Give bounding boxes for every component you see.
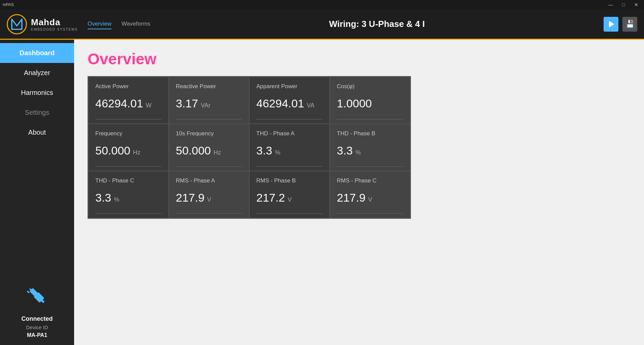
sidebar-item-analyzer[interactable]: Analyzer	[0, 63, 74, 83]
metric-label: THD - Phase A	[256, 130, 323, 137]
metric-unit: V	[207, 196, 211, 203]
metric-unit: Hz	[214, 149, 221, 156]
metric-value-row: 46294.01 W	[95, 97, 162, 110]
logo-text: Mahda EMBEDDED SYSTEMS	[31, 17, 78, 31]
metric-unit: Hz	[133, 149, 140, 156]
metric-cell: Cos(φ) 1.0000	[330, 77, 410, 124]
nav-tab-overview[interactable]: Overview	[88, 19, 111, 29]
sidebar-item-settings[interactable]: Settings	[0, 103, 74, 123]
metric-cell: THD - Phase C 3.3 %	[88, 171, 169, 218]
svg-marker-0	[12, 19, 22, 29]
metric-value-row: 50.000 Hz	[176, 144, 242, 157]
metric-cell: Reactive Power 3.17 VAr	[169, 77, 249, 124]
metric-value: 50.000	[95, 144, 130, 157]
metric-unit: %	[114, 196, 119, 203]
save-icon: 💾	[625, 20, 635, 29]
metric-value-row: 3.3 %	[95, 191, 162, 204]
svg-rect-3	[27, 290, 30, 293]
metric-label: Cos(φ)	[337, 83, 403, 90]
sidebar-item-about[interactable]: About	[0, 123, 74, 142]
app-title: mPAS	[3, 2, 14, 7]
page-title: Overview	[88, 50, 631, 68]
metric-cell: THD - Phase B 3.3 %	[330, 124, 410, 171]
metric-divider	[95, 119, 162, 119]
metric-value-row: 3.3 %	[337, 144, 403, 157]
metric-value: 46294.01	[256, 97, 304, 110]
metric-value-row: 3.17 VAr	[176, 97, 242, 110]
metric-value-row: 217.9 V	[337, 191, 403, 204]
metric-divider	[337, 166, 403, 167]
metric-cell: RMS - Phase B 217.2 V	[249, 171, 330, 218]
main-layout: Dashboard Analyzer Harmonics Settings Ab…	[0, 40, 644, 345]
main-nav: Overview Waveforms	[88, 19, 150, 29]
metric-cell: THD - Phase A 3.3 %	[249, 124, 330, 171]
play-button[interactable]	[604, 17, 618, 32]
metric-cell: Frequency 50.000 Hz	[88, 124, 169, 171]
metric-divider	[256, 213, 323, 214]
metric-value: 3.17	[176, 97, 198, 110]
sidebar: Dashboard Analyzer Harmonics Settings Ab…	[0, 40, 74, 345]
metric-label: THD - Phase C	[95, 177, 162, 184]
save-button[interactable]: 💾	[622, 17, 637, 32]
metric-divider	[337, 213, 403, 214]
metric-unit: VAr	[201, 102, 211, 109]
metric-divider	[176, 166, 242, 167]
nav-tab-waveforms[interactable]: Waveforms	[122, 19, 150, 29]
metric-divider	[95, 166, 162, 167]
metric-value: 3.3	[256, 144, 272, 157]
metric-unit: W	[146, 102, 152, 109]
content-area: Overview Active Power 46294.01 W Reactiv…	[74, 40, 644, 345]
metric-value: 217.9	[176, 191, 204, 204]
metric-unit: %	[355, 149, 361, 156]
metric-unit: %	[275, 149, 280, 156]
metric-value: 46294.01	[95, 97, 143, 110]
metric-value-row: 217.9 V	[176, 191, 242, 204]
maximize-button[interactable]: □	[618, 0, 629, 9]
metric-label: Reactive Power	[176, 83, 242, 90]
metric-value: 50.000	[176, 144, 211, 157]
logo-subtitle: EMBEDDED SYSTEMS	[31, 28, 78, 31]
metric-label: RMS - Phase A	[176, 177, 242, 184]
close-button[interactable]: ✕	[631, 0, 641, 9]
metric-cell: RMS - Phase C 217.9 V	[330, 171, 410, 218]
metric-value: 1.0000	[337, 97, 372, 110]
metric-value: 217.2	[256, 191, 285, 204]
metric-value-row: 50.000 Hz	[95, 144, 162, 157]
logo-area: Mahda EMBEDDED SYSTEMS	[7, 14, 81, 34]
metric-cell: RMS - Phase A 217.9 V	[169, 171, 249, 218]
metric-divider	[256, 166, 323, 167]
metric-label: 10s Frequency	[176, 130, 242, 137]
metric-label: Active Power	[95, 83, 162, 90]
metric-label: Apparent Power	[256, 83, 323, 90]
play-icon	[609, 21, 614, 28]
metric-unit: V	[368, 196, 372, 203]
metric-label: THD - Phase B	[337, 130, 403, 137]
metric-value: 3.3	[337, 144, 353, 157]
header-actions: 💾	[604, 17, 637, 32]
connection-status: Connected	[21, 315, 53, 322]
metric-value-row: 1.0000	[337, 97, 403, 110]
metric-divider	[176, 213, 242, 214]
window-controls: — □ ✕	[606, 0, 641, 9]
device-id: MA-PA1	[27, 332, 47, 338]
metric-divider	[95, 213, 162, 214]
sidebar-item-harmonics[interactable]: Harmonics	[0, 83, 74, 103]
metric-label: Frequency	[95, 130, 162, 137]
minimize-button[interactable]: —	[606, 0, 616, 9]
metric-label: RMS - Phase C	[337, 177, 403, 184]
titlebar: mPAS — □ ✕	[0, 0, 644, 9]
header: Mahda EMBEDDED SYSTEMS Overview Waveform…	[0, 9, 644, 40]
metrics-grid: Active Power 46294.01 W Reactive Power 3…	[88, 76, 411, 219]
metric-value: 217.9	[337, 191, 365, 204]
sidebar-item-dashboard[interactable]: Dashboard	[0, 43, 74, 63]
metric-divider	[337, 119, 403, 119]
logo-svg	[10, 18, 24, 31]
plug-icon	[25, 284, 49, 312]
metric-value-row: 217.2 V	[256, 191, 323, 204]
metric-value-row: 46294.01 VA	[256, 97, 323, 110]
connection-area: Connected Device ID MA-PA1	[14, 277, 59, 345]
wiring-label: Wiring: 3 U-Phase & 4 I	[150, 19, 604, 29]
plug-svg	[25, 284, 49, 307]
logo-title: Mahda	[31, 17, 78, 28]
metric-cell: 10s Frequency 50.000 Hz	[169, 124, 249, 171]
